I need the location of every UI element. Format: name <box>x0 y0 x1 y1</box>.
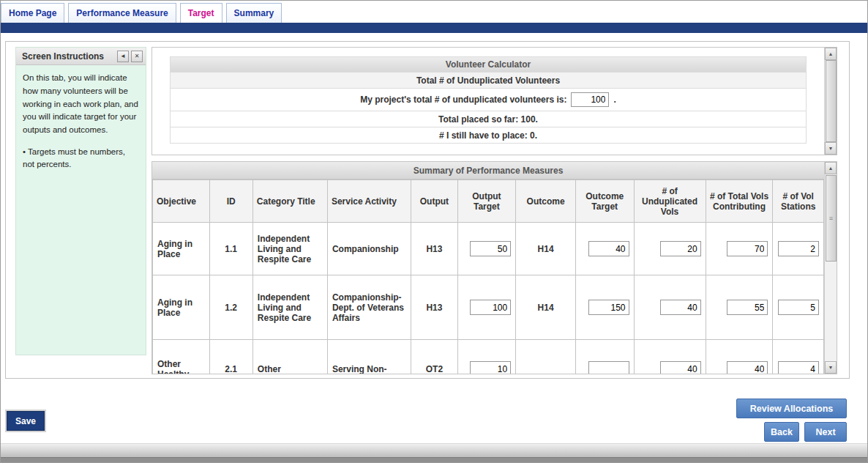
col-outcome: Outcome <box>516 180 576 223</box>
cell-objective: Aging in Place <box>153 223 210 275</box>
cell-id: 1.2 <box>209 275 252 340</box>
table-row: Other Healthy 2.1 Other Serving Non- OT2 <box>153 340 824 374</box>
outcome-target-input[interactable] <box>588 300 629 315</box>
col-category-title: Category Title <box>252 180 327 223</box>
col-id: ID <box>209 180 252 223</box>
cell-category: Independent Living and Respite Care <box>252 223 327 275</box>
unduplicated-volunteers-input[interactable] <box>571 92 609 107</box>
output-target-input[interactable] <box>470 300 511 315</box>
total-vols-input[interactable] <box>727 361 768 374</box>
outcome-target-input[interactable] <box>588 361 629 374</box>
volunteer-calculator-panel: Volunteer Calculator Total # of Unduplic… <box>151 47 837 155</box>
calculator-subtitle: Total # of Unduplicated Volunteers <box>170 73 807 89</box>
scroll-down-icon[interactable]: ▼ <box>825 142 837 155</box>
table-row: Aging in Place 1.1 Independent Living an… <box>153 223 824 275</box>
total-vols-input[interactable] <box>727 241 768 256</box>
table-row: Aging in Place 1.2 Independent Living an… <box>153 275 824 340</box>
col-outcome-target: Outcome Target <box>575 180 634 223</box>
calculator-scrollbar[interactable]: ▲ ▼ <box>824 48 837 155</box>
cell-outcome <box>516 340 576 374</box>
unduplicated-vols-input[interactable] <box>660 241 701 256</box>
col-service-activity: Service Activity <box>327 180 411 223</box>
cell-output: H13 <box>411 275 457 340</box>
col-unduplicated-vols: # of Unduplicated Vols <box>634 180 706 223</box>
outcome-target-input[interactable] <box>588 241 629 256</box>
app-window: Home Page Performance Measure Target Sum… <box>0 0 868 463</box>
unduplicated-volunteers-label: My project's total # of unduplicated vol… <box>360 95 566 105</box>
col-total-vols-contributing: # of Total Vols Contributing <box>706 180 773 223</box>
scroll-up-icon[interactable]: ▲ <box>825 48 837 60</box>
cell-category: Independent Living and Respite Care <box>252 275 327 340</box>
table-header-row: Objective ID Category Title Service Acti… <box>153 180 824 223</box>
performance-summary-panel: Summary of Performance Measures Objectiv… <box>151 161 837 374</box>
vol-stations-input[interactable] <box>778 300 819 315</box>
tab-performance-measure[interactable]: Performance Measure <box>68 3 176 23</box>
screen-instructions-panel: Screen Instructions ◄ ✕ On this tab, you… <box>15 47 146 355</box>
back-button[interactable]: Back <box>764 422 799 442</box>
cell-id: 1.1 <box>209 223 252 275</box>
output-target-input[interactable] <box>470 241 511 256</box>
calculator-scroll-thumb[interactable] <box>826 60 837 142</box>
tab-bar: Home Page Performance Measure Target Sum… <box>1 1 867 23</box>
unduplicated-vols-input[interactable] <box>660 361 701 374</box>
collapse-arrow-icon[interactable]: ◄ <box>117 51 129 62</box>
tab-target[interactable]: Target <box>180 3 222 23</box>
cell-activity: Companionship <box>327 223 411 275</box>
cell-output: OT2 <box>411 340 457 374</box>
performance-measures-table: Objective ID Category Title Service Acti… <box>152 179 824 374</box>
content-frame: Screen Instructions ◄ ✕ On this tab, you… <box>5 41 850 379</box>
calculator-title: Volunteer Calculator <box>170 56 807 73</box>
total-placed-text: Total placed so far: 100. <box>170 111 807 127</box>
cell-category: Other <box>252 340 327 374</box>
cell-outcome: H14 <box>516 223 576 275</box>
unduplicated-vols-input[interactable] <box>660 300 701 315</box>
next-button[interactable]: Next <box>804 422 847 442</box>
cell-objective: Other Healthy <box>153 340 210 374</box>
cell-activity: Serving Non- <box>327 340 411 374</box>
summary-scroll-thumb[interactable]: ≡ <box>826 175 837 262</box>
status-bar <box>1 443 867 457</box>
tab-home-page[interactable]: Home Page <box>1 3 64 23</box>
save-button[interactable]: Save <box>7 411 45 431</box>
col-vol-stations: # of Vol Stations <box>773 180 824 223</box>
volunteer-calculator-table: Volunteer Calculator Total # of Unduplic… <box>152 48 824 155</box>
scroll-down-icon[interactable]: ▼ <box>825 361 837 374</box>
summary-title: Summary of Performance Measures <box>152 162 824 179</box>
instructions-title: Screen Instructions <box>22 51 115 62</box>
scroll-up-icon[interactable]: ▲ <box>825 162 837 174</box>
navy-divider-bar <box>1 23 867 33</box>
cell-id: 2.1 <box>209 340 252 374</box>
summary-scrollbar[interactable]: ▲ ≡ ▼ <box>824 162 837 374</box>
review-allocations-button[interactable]: Review Allocations <box>736 399 847 418</box>
still-to-place-text: # I still have to place: 0. <box>170 127 807 144</box>
instructions-note: • Targets must be numbers, not percents. <box>16 137 146 171</box>
output-target-input[interactable] <box>470 361 511 374</box>
performance-summary-scroll-area: Summary of Performance Measures Objectiv… <box>152 162 824 374</box>
instructions-header: Screen Instructions ◄ ✕ <box>16 48 146 65</box>
cell-activity: Companionship-Dept. of Veterans Affairs <box>327 275 411 340</box>
total-vols-input[interactable] <box>727 300 768 315</box>
vol-stations-input[interactable] <box>778 361 819 374</box>
cell-output: H13 <box>411 223 457 275</box>
close-icon[interactable]: ✕ <box>131 51 143 62</box>
cell-outcome: H14 <box>516 275 576 340</box>
input-suffix-period: . <box>613 95 616 105</box>
col-objective: Objective <box>153 180 210 223</box>
cell-objective: Aging in Place <box>153 275 210 340</box>
calculator-input-row: My project's total # of unduplicated vol… <box>170 89 807 111</box>
col-output: Output <box>411 180 457 223</box>
tab-summary[interactable]: Summary <box>226 3 283 23</box>
col-output-target: Output Target <box>457 180 516 223</box>
instructions-body: On this tab, you will indicate how many … <box>16 65 146 137</box>
vol-stations-input[interactable] <box>778 241 819 256</box>
window-bottom-edge <box>1 457 867 463</box>
